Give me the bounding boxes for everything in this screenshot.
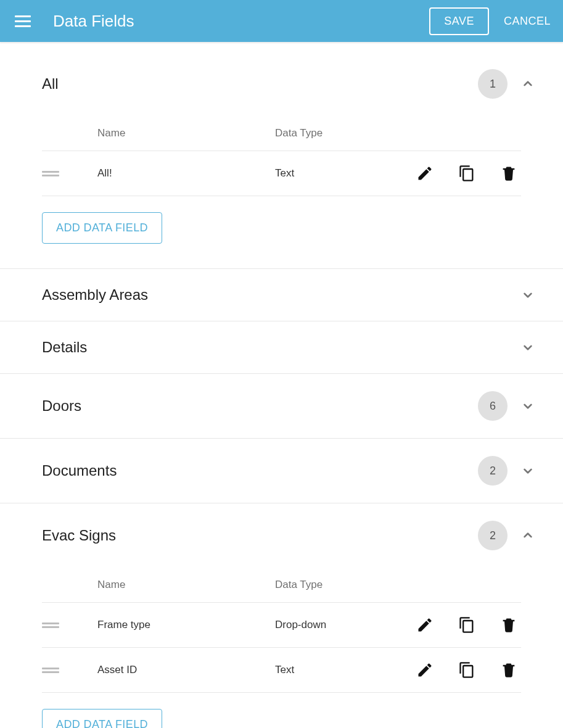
drag-handle-icon[interactable] [42, 623, 59, 628]
count-badge: 1 [478, 69, 508, 99]
table-header-row: Name Data Type [42, 116, 521, 151]
add-data-field-button[interactable]: ADD DATA FIELD [42, 709, 162, 728]
page-title: Data Fields [53, 12, 429, 31]
section-header[interactable]: Documents 2 [0, 439, 563, 503]
column-header-type: Data Type [275, 127, 521, 139]
column-header-type: Data Type [275, 579, 521, 591]
save-button[interactable]: SAVE [429, 7, 489, 35]
section-header[interactable]: Assembly Areas [0, 269, 563, 321]
field-name: Asset ID [97, 664, 275, 676]
section: Documents 2 [0, 439, 563, 503]
add-data-field-button[interactable]: ADD DATA FIELD [42, 212, 162, 244]
delete-icon[interactable] [500, 616, 517, 634]
drag-handle-icon[interactable] [42, 668, 59, 673]
edit-icon[interactable] [416, 661, 434, 679]
count-badge: 2 [478, 456, 508, 486]
copy-icon[interactable] [458, 616, 475, 634]
count-badge: 2 [478, 521, 508, 550]
fields-table: Name Data Type Frame type Drop-down Asse… [0, 568, 563, 693]
field-type: Text [275, 664, 416, 676]
chevron-up-icon[interactable] [520, 76, 536, 92]
copy-icon[interactable] [458, 165, 475, 182]
table-row: Frame type Drop-down [42, 602, 521, 647]
section: Assembly Areas [0, 269, 563, 321]
section-header[interactable]: All 1 [0, 67, 563, 116]
section-title: Evac Signs [42, 527, 478, 544]
table-row: Asset ID Text [42, 647, 521, 693]
count-badge: 6 [478, 391, 508, 421]
section-header[interactable]: Evac Signs 2 [0, 503, 563, 568]
field-name: Frame type [97, 619, 275, 631]
table-header-row: Name Data Type [42, 568, 521, 602]
section-header[interactable]: Doors 6 [0, 374, 563, 438]
fields-table: Name Data Type All! Text [0, 116, 563, 196]
field-type: Text [275, 167, 416, 180]
edit-icon[interactable] [416, 165, 434, 182]
chevron-down-icon[interactable] [520, 287, 536, 303]
drag-handle-icon[interactable] [42, 171, 59, 176]
column-header-name: Name [97, 127, 275, 139]
chevron-down-icon[interactable] [520, 463, 536, 479]
section: Doors 6 [0, 374, 563, 439]
field-name: All! [97, 167, 275, 180]
edit-icon[interactable] [416, 616, 434, 634]
section-title: Details [42, 339, 520, 356]
section-title: Documents [42, 462, 478, 479]
section: Evac Signs 2 Name Data Type Frame type D… [0, 503, 563, 728]
app-header: Data Fields SAVE CANCEL [0, 0, 563, 42]
section: Details [0, 321, 563, 374]
menu-icon[interactable] [15, 15, 31, 27]
field-type: Drop-down [275, 619, 416, 631]
delete-icon[interactable] [500, 165, 517, 182]
section-header[interactable]: Details [0, 321, 563, 373]
chevron-up-icon[interactable] [520, 527, 536, 544]
section: All 1 Name Data Type All! Text ADD DATA … [0, 67, 563, 269]
section-title: Assembly Areas [42, 286, 520, 304]
chevron-down-icon[interactable] [520, 398, 536, 414]
column-header-name: Name [97, 579, 275, 591]
cancel-button[interactable]: CANCEL [504, 15, 551, 28]
section-title: All [42, 75, 478, 93]
chevron-down-icon[interactable] [520, 339, 536, 355]
section-title: Doors [42, 397, 478, 415]
delete-icon[interactable] [500, 661, 517, 679]
table-row: All! Text [42, 151, 521, 196]
copy-icon[interactable] [458, 661, 475, 679]
